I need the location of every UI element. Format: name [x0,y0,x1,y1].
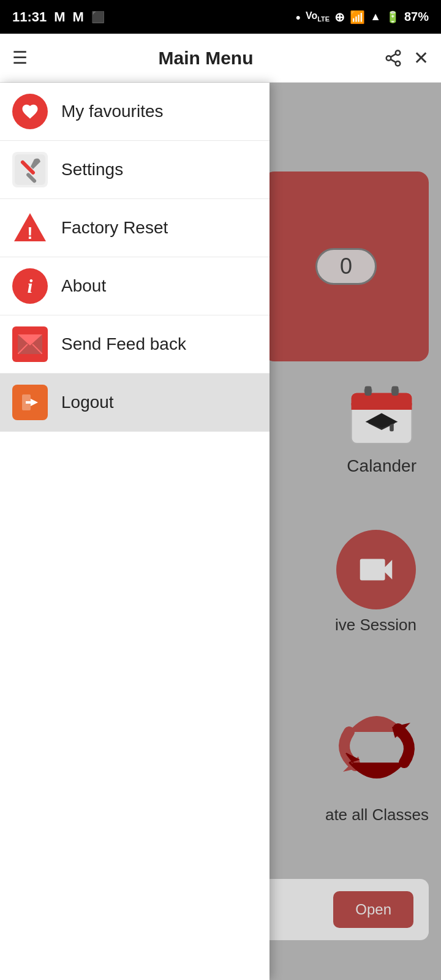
settings-label: Settings [61,160,123,179]
dot-indicator: ● [295,12,300,22]
heart-icon [12,94,48,129]
wifi-icon: ⊕ [334,10,345,24]
menu-item-logout[interactable]: Logout [0,374,270,432]
svg-point-2 [396,61,401,66]
menu-item-factory-reset[interactable]: ! Factory Reset [0,199,270,257]
status-right: ● VoLTE ⊕ 📶 ▲ 🔋 87% [295,10,429,24]
logout-label: Logout [61,393,114,412]
settings-icon-container [12,152,48,187]
close-button[interactable]: ✕ [413,47,429,69]
page-title: Main Menu [159,48,254,69]
factory-reset-label: Factory Reset [61,218,168,238]
top-bar: ☰ Main Menu ✕ [0,34,441,83]
svg-line-4 [391,54,396,57]
svg-text:!: ! [27,224,32,243]
battery-percent: 87% [404,10,429,24]
drawer-menu: My favourites Settings [0,83,270,980]
logout-icon [12,385,48,420]
warning-icon: ! [12,210,48,246]
hamburger-icon[interactable]: ☰ [12,48,28,68]
send-feedback-label: Send Feed back [61,334,186,354]
info-icon: i [12,268,48,304]
top-bar-actions: ✕ [384,47,429,69]
mail-icon-container [12,326,48,362]
battery-icon: 🔋 [386,10,399,24]
menu-item-send-feedback[interactable]: Send Feed back [0,315,270,374]
volte-icon: VoLTE [306,10,330,23]
svg-point-0 [396,50,401,55]
gmail-icon: M [54,9,65,25]
favourites-label: My favourites [61,102,164,121]
time: 11:31 [12,9,47,25]
about-label: About [61,276,106,296]
signal-icon2: ▲ [370,10,381,23]
share-button[interactable] [384,49,402,67]
gmail-icon2: M [73,9,84,25]
signal-icon: 📶 [350,10,365,24]
mail-icon [12,326,48,362]
cast-icon: ⬛ [91,10,105,24]
svg-line-3 [391,59,396,62]
warning-icon-container: ! [12,210,48,246]
info-icon-container: i [12,268,48,304]
favourites-icon-container [12,94,48,129]
status-bar: 11:31 M M ⬛ ● VoLTE ⊕ 📶 ▲ 🔋 87% [0,0,441,34]
menu-item-favourites[interactable]: My favourites [0,83,270,141]
logout-icon-container [12,385,48,420]
menu-item-settings[interactable]: Settings [0,141,270,199]
svg-point-1 [386,56,391,61]
menu-item-about[interactable]: i About [0,257,270,315]
status-left: 11:31 M M ⬛ [12,9,105,25]
settings-icon [12,152,48,187]
